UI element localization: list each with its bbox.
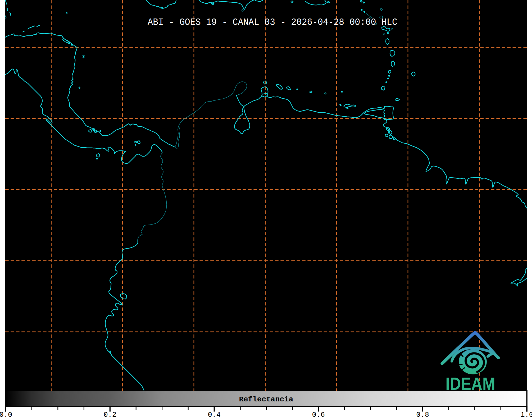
svg-text:0.2: 0.2 (103, 411, 116, 417)
svg-text:1.0: 1.0 (520, 411, 532, 417)
svg-text:0.0: 0.0 (0, 411, 12, 417)
svg-text:Reflectancia: Reflectancia (239, 395, 293, 404)
svg-text:0.4: 0.4 (208, 411, 221, 417)
svg-text:0.8: 0.8 (416, 411, 429, 417)
svg-text:IDEAM: IDEAM (445, 374, 495, 393)
svg-text:0.6: 0.6 (312, 411, 325, 417)
svg-text:ABI - GOES 19 - CANAL 03 - 202: ABI - GOES 19 - CANAL 03 - 2026-04-28 00… (148, 17, 397, 28)
